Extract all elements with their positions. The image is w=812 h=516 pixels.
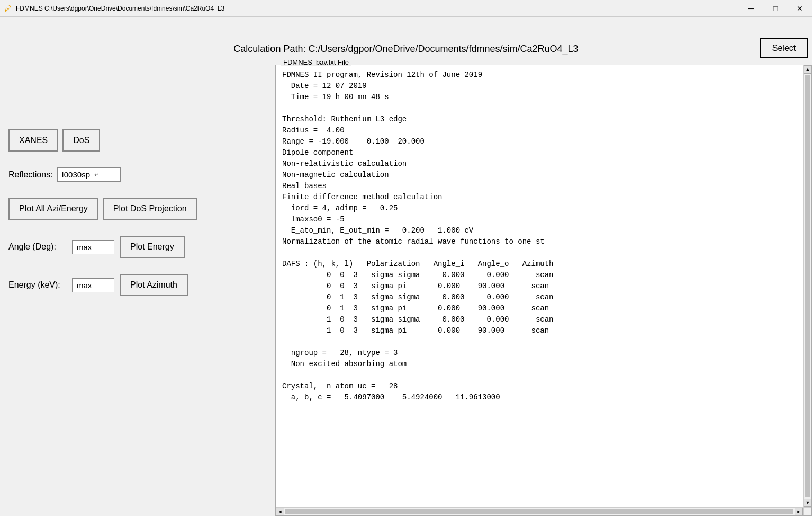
titlebar-title: FDMNES C:\Users\dgpor\OneDrive\Documents… (16, 5, 224, 12)
plot-all-dos-row: Plot All Azi/Energy Plot DoS Projection (8, 198, 267, 220)
reflections-row: Reflections: I0030sp ↵ (8, 167, 267, 182)
minimize-button[interactable]: ─ (739, 0, 763, 17)
calc-path-area: Calculation Path: C:/Users/dgpor/OneDriv… (0, 34, 812, 59)
plot-energy-button[interactable]: Plot Energy (120, 236, 185, 258)
file-text-content: FDMNES II program, Revision 12th of June… (276, 65, 803, 407)
plot-all-azi-energy-button[interactable]: Plot All Azi/Energy (8, 198, 98, 220)
energy-row: Energy (keV): Plot Azimuth (8, 274, 267, 296)
window-controls: ─ □ ✕ (739, 0, 812, 17)
calc-path-label: Calculation Path: C:/Users/dgpor/OneDriv… (233, 43, 578, 54)
app-icon: 🖊 (4, 4, 13, 13)
reflections-label: Reflections: (8, 170, 53, 180)
scroll-right-arrow[interactable]: ► (795, 508, 803, 516)
angle-label: Angle (Deg): (8, 242, 67, 252)
plot-dos-projection-button[interactable]: Plot DoS Projection (103, 198, 197, 220)
reflections-arrow-icon: ↵ (94, 171, 100, 179)
dos-button[interactable]: DoS (62, 129, 100, 152)
plot-azimuth-button[interactable]: Plot Azimuth (120, 274, 188, 296)
reflections-value: I0030sp (62, 170, 90, 179)
scrollbar-horizontal[interactable]: ◄ ► (276, 507, 803, 515)
xanes-dos-row: XANES DoS (8, 129, 267, 152)
angle-input[interactable] (72, 240, 114, 254)
scroll-thumb-vertical[interactable] (805, 75, 810, 497)
maximize-button[interactable]: □ (763, 0, 788, 17)
scroll-down-arrow[interactable]: ▼ (804, 499, 812, 507)
scrollbar-vertical[interactable]: ▲ ▼ (803, 65, 811, 507)
text-content-area[interactable]: FDMNES II program, Revision 12th of June… (276, 65, 803, 507)
angle-row: Angle (Deg): Plot Energy (8, 236, 267, 258)
select-button-container: Select (756, 34, 812, 63)
scroll-thumb-horizontal[interactable] (285, 509, 793, 514)
scroll-corner (803, 507, 811, 515)
energy-input[interactable] (72, 278, 114, 292)
file-panel: FDMNES_bav.txt File FDMNES II program, R… (275, 65, 812, 516)
energy-label: Energy (keV): (8, 280, 67, 290)
xanes-button[interactable]: XANES (8, 129, 58, 152)
main-content: Calculation Path: C:/Users/dgpor/OneDriv… (0, 17, 812, 516)
titlebar: 🖊 FDMNES C:\Users\dgpor\OneDrive\Documen… (0, 0, 812, 17)
reflections-dropdown[interactable]: I0030sp ↵ (57, 167, 121, 182)
scroll-left-arrow[interactable]: ◄ (276, 508, 284, 516)
close-button[interactable]: ✕ (788, 0, 812, 17)
select-button[interactable]: Select (760, 38, 808, 58)
scroll-up-arrow[interactable]: ▲ (804, 65, 812, 74)
